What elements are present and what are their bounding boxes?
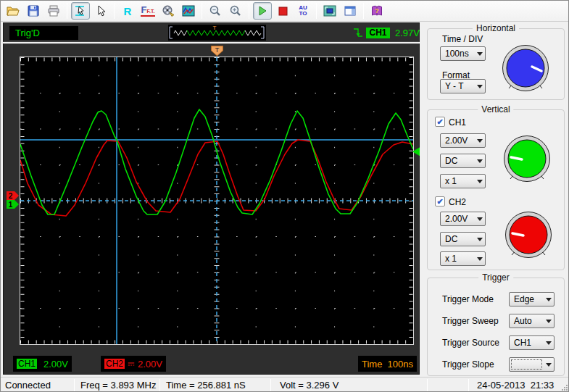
fullscreen-button[interactable] xyxy=(320,2,339,20)
ch1-enable-checkbox[interactable]: ✔ xyxy=(435,117,445,127)
auto-icon: AU TO xyxy=(299,5,307,17)
chevron-down-icon xyxy=(474,134,485,147)
zoom-out-button[interactable] xyxy=(206,2,225,20)
auto-setup-button[interactable]: AU TO xyxy=(294,2,312,20)
ch2-probe-select[interactable]: x 1 xyxy=(440,251,486,266)
trigger-mode-label: Trigger Mode xyxy=(442,294,494,304)
stop-icon xyxy=(275,4,290,18)
zoom-in-button[interactable] xyxy=(226,2,245,20)
datetime: 24-05-2013 21:33 xyxy=(477,380,554,391)
trigger-slope-label: Trigger Slope xyxy=(442,359,494,370)
toolbar-separator xyxy=(114,3,115,19)
preview-trigger-label: T xyxy=(213,25,217,31)
vertical-group-title: Vertical xyxy=(478,104,513,114)
film-reel-icon xyxy=(161,4,175,18)
preview-trace-tail xyxy=(245,30,261,36)
preview-left-bracket xyxy=(170,27,173,38)
save-button[interactable] xyxy=(24,2,43,20)
ch2-enable-checkbox[interactable]: ✔ xyxy=(435,196,445,207)
scope-display xyxy=(20,57,414,345)
preview-trace-lead xyxy=(174,30,187,36)
ch2-volts-per-div: 2.00V xyxy=(138,359,162,370)
chevron-down-icon xyxy=(543,336,554,349)
volt-measurement: Volt = 3.296 V xyxy=(280,380,339,391)
cursor-measure-button[interactable] xyxy=(71,2,90,20)
horizontal-group-title: Horizontal xyxy=(473,23,519,33)
status-bar: Connected Freq = 3.893 MHz Time = 256.88… xyxy=(1,377,569,392)
trigger-mode-select[interactable]: Edge xyxy=(509,292,555,306)
ch1-readout-badge: CH1 xyxy=(17,359,37,369)
run-button[interactable] xyxy=(253,2,272,20)
waveform-icon xyxy=(181,4,196,18)
chevron-down-icon xyxy=(543,314,554,328)
trigger-status: Trig'D xyxy=(9,26,78,40)
ch1-ground-marker[interactable]: 1 xyxy=(7,200,20,209)
trigger-level-readout: 2.97V xyxy=(395,28,420,38)
toolbar-separator xyxy=(67,3,67,19)
cursor-button[interactable] xyxy=(91,2,110,20)
preview-trace-main xyxy=(187,30,245,36)
focus-rectangle xyxy=(511,359,542,370)
fft-button[interactable]: FF.T. xyxy=(138,2,157,20)
toolbar-separator xyxy=(249,3,249,19)
statusbar-divider xyxy=(159,379,160,391)
trigger-source-select[interactable]: CH1 xyxy=(509,335,555,350)
ch1-volt-select[interactable]: 2.00V xyxy=(440,133,486,148)
ch2-readout: CH2 2.00V xyxy=(101,356,166,372)
ch1-volts-per-div: 2.00V xyxy=(43,359,68,370)
trigger-sweep-select[interactable]: Auto xyxy=(509,314,555,328)
ch1-probe-select[interactable]: x 1 xyxy=(440,174,486,188)
ch2-coupling-select[interactable]: DC xyxy=(440,232,486,246)
oscilloscope-panel: T xyxy=(3,43,420,375)
timebase-value: 100ns xyxy=(388,359,413,370)
chevron-down-icon xyxy=(474,252,485,265)
ch1-readout: CH1 2.00V xyxy=(13,356,72,372)
print-button[interactable] xyxy=(44,2,63,20)
trigger-source-label: Trigger Source xyxy=(442,338,499,348)
horizontal-knob[interactable] xyxy=(502,44,549,92)
help-button[interactable]: ? xyxy=(367,2,386,20)
window-layout-button[interactable] xyxy=(341,2,360,20)
ch2-readout-badge: CH2 xyxy=(104,359,125,369)
ch2-ground-marker[interactable]: 2 xyxy=(7,191,20,200)
ch1-coupling-select[interactable]: DC xyxy=(440,154,486,168)
cursor-arrow-icon xyxy=(94,4,108,18)
trigger-channel-badge: CH1 xyxy=(366,28,390,38)
waveform-preview[interactable]: T xyxy=(168,25,266,41)
svg-text:1: 1 xyxy=(9,201,13,209)
timebase-readout: Time 100ns xyxy=(358,356,417,372)
fullscreen-icon xyxy=(323,4,337,18)
ch2-volt-select[interactable]: 2.00V xyxy=(440,212,486,226)
trigger-slope-select[interactable] xyxy=(509,357,555,372)
dc-coupling-icon xyxy=(40,360,41,368)
chevron-down-icon xyxy=(543,293,554,306)
vertical-group: Vertical ✔ CH1 2.00V DC x 1 ✔ C xyxy=(427,109,565,270)
zoom-out-icon xyxy=(208,4,223,18)
ch1-checkbox-label: CH1 xyxy=(449,117,466,128)
chevron-down-icon xyxy=(474,175,485,188)
chevron-down-icon xyxy=(543,358,554,371)
grid-center-axes xyxy=(20,57,413,344)
statusbar-divider xyxy=(74,379,75,391)
save-icon xyxy=(26,4,41,18)
time-div-select[interactable]: 100ns xyxy=(440,46,486,61)
chevron-down-icon xyxy=(474,80,485,93)
trigger-sweep-label: Trigger Sweep xyxy=(442,316,499,326)
open-button[interactable] xyxy=(4,2,22,20)
connection-status: Connected xyxy=(5,380,51,391)
toolbar-separator xyxy=(363,3,364,19)
freq-measurement: Freq = 3.893 MHz xyxy=(80,380,156,391)
ch2-checkbox-label: CH2 xyxy=(449,197,466,207)
ch2-volts-knob[interactable] xyxy=(504,211,552,259)
play-icon xyxy=(255,4,270,18)
waveform-window-button[interactable] xyxy=(179,2,198,20)
media-button[interactable] xyxy=(159,2,178,20)
window-layout-icon xyxy=(343,4,357,18)
stop-button[interactable] xyxy=(273,2,292,20)
trigger-position-marker[interactable]: T xyxy=(211,46,223,57)
ref-button[interactable]: R xyxy=(118,2,137,20)
format-select[interactable]: Y - T xyxy=(440,79,486,93)
resize-grip[interactable] xyxy=(561,384,568,391)
ch1-volts-knob[interactable] xyxy=(503,135,551,183)
chevron-down-icon xyxy=(474,212,485,225)
